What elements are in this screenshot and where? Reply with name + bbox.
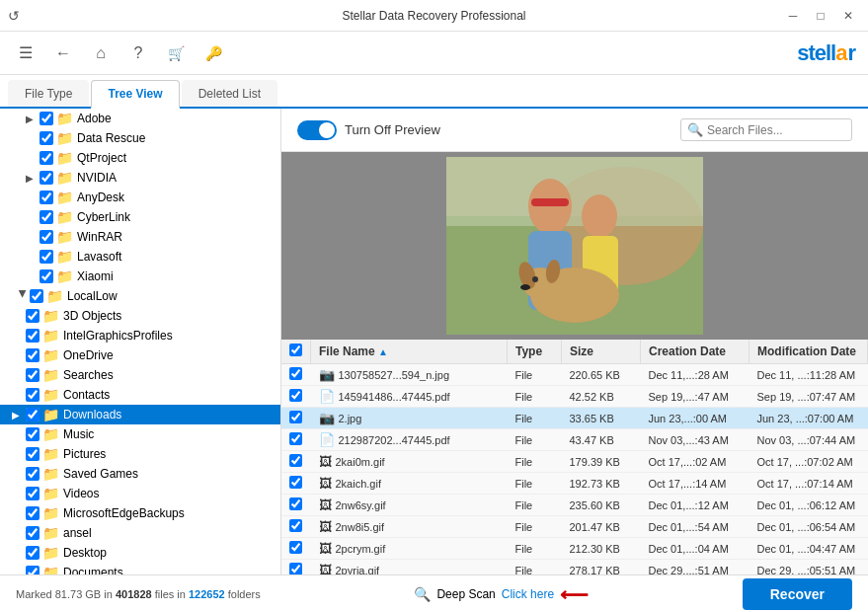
row-checkbox-9[interactable]	[289, 541, 302, 554]
table-row[interactable]: 🖼 2pyrja.gif File 278.17 KB Dec 29,...:5…	[281, 560, 868, 575]
table-row[interactable]: 🖼 2kai0m.gif File 179.39 KB Oct 17,...:0…	[281, 451, 868, 473]
row-checkbox-cell	[281, 451, 311, 473]
col-header-filename[interactable]: File Name ▲	[311, 340, 508, 364]
sidebar-item-intelgraphics[interactable]: 📁 IntelGraphicsProfiles	[0, 326, 280, 345]
checkbox-adobe[interactable]	[39, 112, 53, 125]
checkbox-lavasoft[interactable]	[39, 250, 53, 264]
search-input[interactable]	[707, 123, 845, 137]
sidebar-item-qtproject[interactable]: 📁 QtProject	[0, 148, 280, 168]
sidebar-item-xiaomi[interactable]: 📁 Xiaomi	[0, 267, 280, 286]
table-row[interactable]: 📄 212987202...47445.pdf File 43.47 KB No…	[281, 429, 868, 451]
checkbox-contacts[interactable]	[26, 388, 39, 402]
row-checkbox-5[interactable]	[289, 454, 302, 467]
row-checkbox-8[interactable]	[289, 519, 302, 532]
row-checkbox-cell	[281, 386, 311, 408]
toggle-track[interactable]	[297, 120, 337, 140]
filename-label: 2nw6sy.gif	[336, 499, 386, 511]
sidebar-item-music[interactable]: 📁 Music	[0, 424, 280, 444]
table-row[interactable]: 📄 145941486...47445.pdf File 42.52 KB Se…	[281, 386, 868, 408]
checkbox-intelgraphics[interactable]	[26, 329, 39, 343]
search-box[interactable]: 🔍	[680, 118, 852, 141]
sidebar-item-nvidia[interactable]: ▶ 📁 NVIDIA	[0, 168, 280, 188]
table-row[interactable]: 🖼 2nw8i5.gif File 201.47 KB Dec 01,...:5…	[281, 516, 868, 538]
preview-toggle[interactable]: Turn Off Preview	[297, 120, 440, 140]
checkbox-3dobjects[interactable]	[26, 309, 39, 323]
row-checkbox-3[interactable]	[289, 411, 302, 423]
row-checkbox-1[interactable]	[289, 367, 302, 380]
row-checkbox-2[interactable]	[289, 389, 302, 402]
checkbox-winrar[interactable]	[39, 230, 53, 244]
sidebar-item-ansel[interactable]: 📁 ansel	[0, 523, 280, 543]
key-button[interactable]: 🔑	[199, 39, 227, 67]
checkbox-savedgames[interactable]	[26, 467, 39, 481]
sidebar-item-locallow[interactable]: ▶ 📁 LocalLow	[0, 286, 280, 306]
row-filename-cell: 🖼 2kaich.gif	[311, 473, 508, 495]
sidebar-item-desktop[interactable]: 📁 Desktop	[0, 543, 280, 563]
checkbox-anydesk[interactable]	[39, 191, 53, 204]
select-all-checkbox[interactable]	[289, 344, 302, 356]
folder-icon: 📁	[56, 268, 73, 284]
sidebar-item-contacts[interactable]: 📁 Contacts	[0, 385, 280, 405]
sidebar-item-savedgames[interactable]: 📁 Saved Games	[0, 464, 280, 484]
tab-file-type[interactable]: File Type	[8, 80, 89, 107]
checkbox-locallow[interactable]	[30, 289, 43, 303]
checkbox-msedgebackups[interactable]	[26, 506, 39, 520]
checkbox-music[interactable]	[26, 427, 39, 441]
sidebar-item-searches[interactable]: 📁 Searches	[0, 365, 280, 385]
row-checkbox-6[interactable]	[289, 476, 302, 489]
svg-rect-6	[531, 198, 569, 206]
sidebar-item-pictures[interactable]: 📁 Pictures	[0, 444, 280, 464]
row-checkbox-7[interactable]	[289, 497, 302, 510]
home-button[interactable]: ⌂	[87, 39, 115, 67]
file-icon-gif: 🖼	[319, 563, 332, 574]
sidebar-item-videos[interactable]: 📁 Videos	[0, 484, 280, 503]
sidebar-item-winrar[interactable]: 📁 WinRAR	[0, 227, 280, 247]
row-filename-cell: 📄 145941486...47445.pdf	[311, 386, 508, 408]
row-size-cell: 235.60 KB	[562, 495, 641, 516]
sidebar-item-datarescue[interactable]: 📁 Data Rescue	[0, 128, 280, 148]
menu-button[interactable]: ☰	[12, 39, 39, 67]
checkbox-documents[interactable]	[26, 566, 39, 574]
back-button[interactable]: ←	[49, 39, 77, 67]
maximize-button[interactable]: □	[809, 6, 832, 26]
checkbox-desktop[interactable]	[26, 546, 39, 560]
checkbox-cyberlink[interactable]	[39, 210, 53, 224]
sidebar-item-msedgebackups[interactable]: 📁 MicrosoftEdgeBackups	[0, 503, 280, 523]
checkbox-ansel[interactable]	[26, 526, 39, 540]
cart-button[interactable]: 🛒	[162, 39, 190, 67]
row-checkbox-4[interactable]	[289, 432, 302, 445]
table-row[interactable]: 🖼 2nw6sy.gif File 235.60 KB Dec 01,...:1…	[281, 495, 868, 516]
table-row[interactable]: 🖼 2kaich.gif File 192.73 KB Oct 17,...:1…	[281, 473, 868, 495]
sidebar-item-onedrive[interactable]: 📁 OneDrive	[0, 345, 280, 365]
sidebar-item-adobe[interactable]: ▶ 📁 Adobe	[0, 109, 280, 128]
checkbox-pictures[interactable]	[26, 447, 39, 461]
sidebar-item-downloads[interactable]: ▶ 📁 Downloads	[0, 405, 280, 424]
file-icon-pdf: 📄	[319, 389, 335, 404]
checkbox-xiaomi[interactable]	[39, 269, 53, 283]
checkbox-nvidia[interactable]	[39, 171, 53, 185]
checkbox-downloads[interactable]	[26, 408, 39, 421]
tab-deleted-list[interactable]: Deleted List	[182, 80, 277, 107]
tab-tree-view[interactable]: Tree View	[91, 80, 179, 109]
row-creation-cell: Oct 17,...:02 AM	[641, 451, 750, 473]
close-button[interactable]: ✕	[836, 6, 860, 26]
help-button[interactable]: ?	[124, 39, 152, 67]
sidebar-item-3dobjects[interactable]: 📁 3D Objects	[0, 306, 280, 326]
checkbox-qtproject[interactable]	[39, 151, 53, 165]
sidebar-item-anydesk[interactable]: 📁 AnyDesk	[0, 188, 280, 207]
minimize-button[interactable]: ─	[781, 6, 805, 26]
table-row[interactable]: 📷 2.jpg File 33.65 KB Jun 23,...:00 AM J…	[281, 408, 868, 429]
click-here-link[interactable]: Click here	[502, 587, 554, 601]
table-row[interactable]: 🖼 2pcrym.gif File 212.30 KB Dec 01,...:0…	[281, 538, 868, 560]
sidebar-item-lavasoft[interactable]: 📁 Lavasoft	[0, 247, 280, 267]
sidebar-item-documents[interactable]: 📁 Documents	[0, 563, 280, 574]
sidebar-item-cyberlink[interactable]: 📁 CyberLink	[0, 207, 280, 227]
recover-button[interactable]: Recover	[743, 578, 852, 610]
title-bar: ↺ Stellar Data Recovery Professional ─ □…	[0, 0, 868, 32]
checkbox-searches[interactable]	[26, 368, 39, 382]
checkbox-onedrive[interactable]	[26, 348, 39, 362]
checkbox-datarescue[interactable]	[39, 131, 53, 145]
table-row[interactable]: 📷 130758527...594_n.jpg File 220.65 KB D…	[281, 364, 868, 386]
checkbox-videos[interactable]	[26, 487, 39, 500]
row-checkbox-10[interactable]	[289, 563, 302, 574]
